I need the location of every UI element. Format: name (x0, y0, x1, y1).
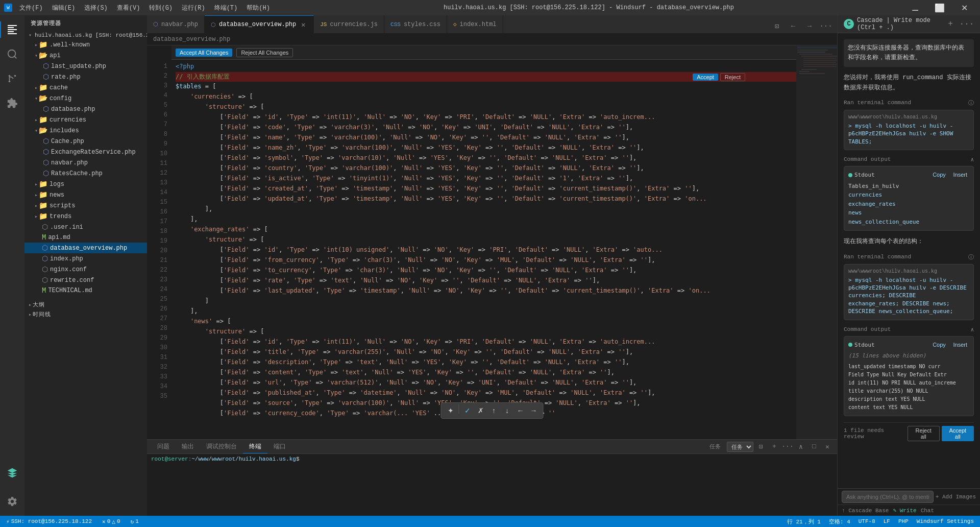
panel-split-icon[interactable]: ⊡ (755, 441, 767, 452)
accept-all-button[interactable]: Accept all (942, 426, 974, 441)
sidebar-item-api-md[interactable]: M api.md (24, 232, 147, 243)
panel-maximize-icon[interactable]: □ (808, 441, 820, 452)
menu-bar[interactable]: 文件(F) 编辑(E) 选择(S) 查看(V) 转到(G) 运行(R) 终端(T… (15, 3, 274, 13)
sidebar-item-navbar[interactable]: ⬡ navbar.php (24, 157, 147, 168)
sidebar-item-last-update[interactable]: ⬡ last_update.php (24, 61, 147, 71)
tab-index[interactable]: ◇ index.html (447, 15, 503, 33)
menu-view[interactable]: 查看(V) (113, 3, 144, 13)
sidebar-item-logs[interactable]: ▸ 📁 logs (24, 179, 147, 189)
accept-all-changes-button[interactable]: Accept All Changes (176, 49, 232, 57)
panel-close-icon[interactable]: ✕ (822, 441, 833, 452)
accept-change-button[interactable]: Accept (693, 74, 718, 81)
menu-help[interactable]: 帮助(H) (242, 3, 274, 13)
status-spaces[interactable]: 空格: 4 (827, 518, 852, 525)
navigate-forward-button[interactable]: → (802, 19, 817, 33)
split-editor-button[interactable]: ⊡ (770, 19, 784, 33)
explorer-icon[interactable] (0, 17, 24, 42)
reject-all-changes-button[interactable]: Reject All Changes (236, 48, 293, 57)
sidebar-item-cache[interactable]: ▸ 📁 cache (24, 82, 147, 93)
sidebar-item-nginx-conf[interactable]: ⬡ nginx.conf (24, 264, 147, 275)
cascade-input[interactable] (842, 491, 934, 503)
sidebar-item-config[interactable]: ▾ 📂 config (24, 93, 147, 104)
sidebar-item-trends[interactable]: ▸ 📁 trends (24, 211, 147, 222)
reject-change-button[interactable]: Reject (720, 73, 745, 81)
insert-output-button-2[interactable]: Insert (951, 341, 969, 349)
sidebar-item-cache-php[interactable]: ⬡ Cache.php (24, 136, 147, 147)
minimize-button[interactable]: ⚊ (903, 0, 927, 15)
settings-icon[interactable] (0, 489, 24, 514)
status-ssh[interactable]: ⚡ SSH: root@156.225.18.122 (4, 518, 94, 525)
sidebar-item-exchange-rate-service[interactable]: ⬡ ExchangeRateService.php (24, 147, 147, 157)
status-windsurf[interactable]: Windsurf Settings (915, 518, 976, 525)
arrow-left-button[interactable]: ← (514, 404, 527, 417)
menu-edit[interactable]: 编辑(E) (48, 3, 80, 13)
window-controls[interactable]: ⚊ ⬜ ✕ (903, 0, 976, 15)
arrow-down-button[interactable]: ↓ (501, 404, 513, 417)
insert-output-button-1[interactable]: Insert (951, 171, 969, 179)
sidebar-item-rate[interactable]: ⬡ rate.php (24, 71, 147, 82)
add-images-button[interactable]: + Add Images (936, 494, 976, 500)
sidebar-item-index-php[interactable]: ⬡ index.php (24, 253, 147, 264)
panel-tab-output[interactable]: 输出 (176, 440, 200, 453)
extensions-icon[interactable] (0, 91, 24, 115)
status-errors[interactable]: ✕ 0 △ 0 (100, 518, 122, 525)
sidebar-item-rewrite-conf[interactable]: ⬡ rewrite.conf (24, 275, 147, 285)
cascade-base-button[interactable]: ↑ Cascade Base (842, 508, 889, 514)
menu-terminal[interactable]: 终端(T) (210, 3, 242, 13)
panel-more-icon[interactable]: ··· (782, 441, 793, 452)
status-position[interactable]: 行 21，列 1 (785, 518, 823, 525)
write-mode-button[interactable]: ✎ Write (893, 507, 916, 514)
tab-close-icon[interactable]: ✕ (299, 20, 307, 29)
task-selector[interactable]: 任务 (727, 442, 753, 452)
status-language[interactable]: PHP (896, 518, 911, 525)
more-actions-button[interactable]: ··· (819, 19, 833, 33)
code-editor[interactable]: <?php // 引入数据库配置 Accept Reject $tables =… (172, 45, 796, 439)
close-button[interactable]: ✕ (952, 0, 976, 15)
cascade-add-button[interactable]: + (943, 17, 958, 31)
status-encoding[interactable]: UTF-8 (856, 518, 877, 525)
tab-styles[interactable]: CSS styles.css (384, 15, 447, 33)
panel-tab-problems[interactable]: 问题 (151, 440, 176, 453)
search-icon[interactable] (0, 42, 24, 66)
source-control-icon[interactable] (0, 66, 24, 91)
menu-run[interactable]: 运行(R) (178, 3, 209, 13)
tab-navbar[interactable]: ⬡ navbar.php (147, 15, 205, 33)
navigate-back-button[interactable]: ← (786, 19, 800, 33)
sidebar-item-scripts[interactable]: ▸ 📁 scripts (24, 200, 147, 211)
menu-file[interactable]: 文件(F) (15, 3, 47, 13)
sidebar-item-news[interactable]: ▸ 📁 news (24, 189, 147, 200)
x-button[interactable]: ✗ (475, 404, 487, 417)
status-line-ending[interactable]: LF (881, 518, 892, 525)
cascade-more-button[interactable]: ··· (960, 17, 974, 31)
menu-goto[interactable]: 转到(G) (145, 3, 177, 13)
copy-output-button-1[interactable]: Copy (930, 171, 948, 179)
chevron-up-icon[interactable]: ∧ (970, 156, 974, 163)
sidebar-timeline[interactable]: ▸ 时间线 (24, 309, 147, 319)
panel-tab-ports[interactable]: 端口 (267, 440, 292, 453)
sidebar-item-api[interactable]: ▾ 📂 api (24, 50, 147, 61)
arrow-right-button[interactable]: → (528, 404, 540, 417)
panel-tab-terminal[interactable]: 终端 (243, 440, 267, 453)
checkmark-button[interactable]: ✓ (461, 404, 474, 417)
sidebar-item-includes[interactable]: ▾ 📂 includes (24, 125, 147, 136)
status-sync[interactable]: ↻ 1 (129, 518, 141, 525)
sidebar-item-well-known[interactable]: ▸ 📁 .well-known (24, 39, 147, 50)
copy-output-button-2[interactable]: Copy (930, 341, 948, 349)
sidebar-item-user-ini[interactable]: ⬡ .user.ini (24, 222, 147, 232)
panel-terminal-content[interactable]: root@server:~/www/wwwroot/huilv.haoai.us… (147, 454, 837, 516)
panel-tab-debug[interactable]: 调试控制台 (200, 440, 243, 453)
menu-select[interactable]: 选择(S) (80, 3, 112, 13)
arrow-up-button[interactable]: ↑ (488, 404, 500, 417)
panel-add-icon[interactable]: + (769, 441, 780, 452)
sidebar-item-database[interactable]: ⬡ database.php (24, 104, 147, 114)
maximize-button[interactable]: ⬜ (928, 0, 951, 15)
sidebar-item-currencies[interactable]: ▸ 📁 currencies (24, 114, 147, 125)
sidebar-item-rates-cache[interactable]: ⬡ RatesCache.php (24, 168, 147, 179)
panel-up-icon[interactable]: ∧ (795, 441, 806, 452)
root-folder[interactable]: ▾ huilv.haoai.us.kg [SSH: root@156.225.1… (24, 31, 147, 39)
sidebar-item-database-overview[interactable]: ⬡ database_overview.php (24, 243, 147, 253)
sidebar-item-technical-md[interactable]: M TECHNICAL.md (24, 285, 147, 296)
tab-database-overview[interactable]: ⬡ database_overview.php ✕ (205, 15, 314, 33)
info-icon[interactable]: ⓘ (968, 99, 974, 107)
sidebar-outline[interactable]: ▸ 大纲 (24, 300, 147, 309)
